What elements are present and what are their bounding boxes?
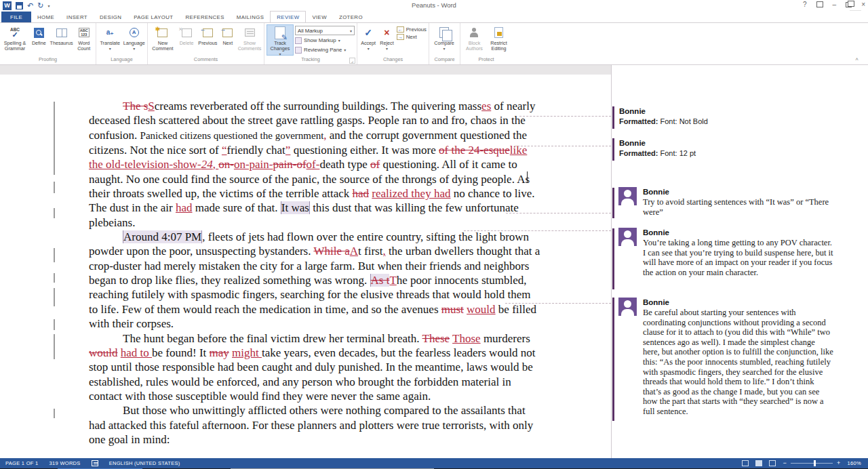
thesaurus-button[interactable]: Thesaurus (50, 24, 73, 56)
tracking-dialog-launcher[interactable]: ⌟ (349, 58, 355, 64)
text-run[interactable]: creams reverberated off the surrounding … (155, 100, 481, 113)
inserted-text[interactable]: would (467, 303, 496, 316)
collapse-ribbon-icon[interactable]: ˄ (855, 56, 859, 62)
deleted-text[interactable]: would (89, 346, 118, 359)
inserted-text[interactable]: had (176, 201, 193, 214)
zoom-out-icon[interactable]: − (783, 460, 787, 466)
word-count-indicator[interactable]: 319 WORDS (50, 460, 81, 466)
help-icon[interactable]: ? (803, 1, 807, 8)
inserted-text[interactable]: on-pain- (234, 158, 273, 171)
text-run[interactable]: t first (358, 245, 382, 258)
tab-design[interactable]: DESIGN (94, 12, 127, 22)
deleted-text[interactable]: may (210, 346, 229, 359)
inserted-text[interactable]: S (148, 100, 154, 113)
comment[interactable]: Bonnie You’re taking a long time getting… (618, 228, 835, 277)
next-comment-button[interactable]: → Next (219, 24, 236, 56)
deleted-text[interactable]: While a (313, 245, 349, 258)
paragraph[interactable]: But those who unwittingly afflicted othe… (89, 403, 540, 447)
zoom-level[interactable]: 160% (848, 460, 861, 466)
document-text[interactable]: The sScreams reverberated off the surrou… (89, 99, 540, 447)
text-run[interactable]: The hunt began before the final victim d… (123, 332, 422, 345)
display-for-review-select[interactable]: All Markup ▾ (295, 26, 355, 35)
word-count-button[interactable]: ABC123 Word Count (75, 24, 94, 56)
tab-references[interactable]: REFERENCES (180, 12, 231, 22)
inserted-text[interactable]: 24 (201, 158, 213, 171)
delete-comment-button[interactable]: × Delete (177, 24, 196, 56)
deleted-text[interactable]: had (353, 187, 370, 200)
compare-button[interactable]: Compare ▾ (431, 24, 457, 56)
text-run[interactable]: murderers (481, 332, 530, 345)
web-layout-icon[interactable] (769, 460, 776, 466)
inserted-text[interactable]: es (481, 100, 491, 113)
inserted-text[interactable]: T (389, 274, 396, 287)
revision-entry[interactable]: Bonnie Formatted: Font: 12 pt (619, 138, 823, 159)
deleted-text[interactable]: on- (218, 158, 234, 171)
language-button[interactable]: A Language ▾ (123, 24, 145, 56)
deleted-text[interactable]: The s (123, 100, 148, 113)
deleted-text[interactable]: of the 24-esque (439, 144, 510, 157)
deleted-text[interactable]: of (370, 158, 380, 171)
tab-page-layout[interactable]: PAGE LAYOUT (127, 12, 179, 22)
reviewing-pane-button[interactable]: Reviewing Pane ▾ (295, 45, 355, 54)
new-comment-button[interactable]: ✱ New Comment (150, 24, 176, 56)
inserted-text[interactable]: might (232, 346, 262, 359)
deleted-text[interactable]: These (422, 332, 450, 345)
reject-button[interactable]: × Reject ▾ (378, 24, 395, 56)
show-comments-button[interactable]: Show Comments (237, 24, 262, 56)
minimize-icon[interactable]: – (833, 1, 837, 8)
zoom-slider-track[interactable] (791, 463, 833, 464)
zoom-in-icon[interactable]: + (837, 460, 841, 466)
language-indicator[interactable]: ENGLISH (UNITED STATES) (109, 460, 180, 466)
text-run[interactable]: questioning either. It was more (290, 144, 439, 157)
proofing-status-icon[interactable] (92, 460, 98, 466)
translate-button[interactable]: a₊ Translate ▾ (98, 24, 121, 56)
comment[interactable]: Bonnie Be careful about starting your se… (618, 298, 835, 417)
block-authors-button[interactable]: Block Authors (462, 24, 486, 56)
restrict-editing-button[interactable]: Restrict Editing (488, 24, 510, 56)
inserted-text[interactable]: realized they had (372, 187, 450, 200)
text-run[interactable]: be found! It (152, 346, 210, 359)
paragraph[interactable]: The hunt began before the final victim d… (89, 331, 540, 404)
inserted-text[interactable]: of- (307, 158, 320, 171)
page-indicator[interactable]: PAGE 1 OF 1 (5, 460, 39, 466)
revision-entry[interactable]: Bonnie Formatted: Font: Not Bold (619, 106, 823, 127)
paragraph[interactable]: The sScreams reverberated off the surrou… (89, 99, 540, 230)
track-changes-button[interactable]: Track Changes ▾ (267, 24, 294, 56)
tab-file[interactable]: FILE (1, 12, 31, 22)
ribbon-display-options-icon[interactable] (816, 1, 823, 7)
previous-comment-button[interactable]: ← Previous (197, 24, 218, 56)
comment-anchor-text[interactable]: Around 4:07 PM (123, 230, 202, 243)
close-icon[interactable]: × (861, 1, 865, 8)
deleted-text[interactable]: pain-of (273, 158, 306, 171)
inserted-text[interactable]: , (213, 158, 219, 171)
comment[interactable]: Bonnie Try to avoid starting sentences w… (618, 187, 835, 217)
print-layout-icon[interactable] (755, 460, 762, 466)
accept-button[interactable]: ✓ Accept ▾ (359, 24, 377, 56)
tab-review[interactable]: REVIEW (270, 11, 306, 22)
tab-view[interactable]: VIEW (306, 12, 333, 22)
deleted-text[interactable]: must (441, 303, 464, 316)
tab-mailings[interactable]: MAILINGS (231, 12, 270, 22)
spelling-grammar-button[interactable]: ABC✓ Spelling & Grammar (2, 24, 28, 56)
define-button[interactable]: Define (29, 24, 49, 56)
text-run[interactable]: But those who unwittingly afflicted othe… (89, 404, 533, 446)
show-markup-button[interactable]: Show Markup ▾ (295, 36, 355, 45)
text-run[interactable]: death type (319, 158, 370, 171)
next-change-button[interactable]: → Next (397, 34, 427, 40)
inserted-text[interactable]: Those (452, 332, 481, 345)
inserted-text[interactable]: A (350, 245, 358, 258)
previous-change-button[interactable]: ← Previous (397, 26, 427, 33)
tab-zotero[interactable]: ZOTERO (333, 12, 369, 22)
tab-insert[interactable]: INSERT (60, 12, 94, 22)
tab-home[interactable]: HOME (31, 12, 60, 22)
text-run[interactable]: friendly chat (226, 144, 285, 157)
comment-anchor-text[interactable]: It was (281, 201, 310, 214)
restore-icon[interactable] (846, 2, 852, 7)
zoom-slider-thumb[interactable] (814, 460, 816, 466)
text-run[interactable]: made sure of that. (193, 201, 281, 214)
paragraph[interactable]: Around 4:07 PM, fleets of jets had flown… (89, 230, 540, 331)
inserted-text[interactable]: had to (121, 346, 152, 359)
text-run[interactable]: Panicked citizens questioned the governm… (140, 130, 324, 141)
comment-anchor-text[interactable]: As t (370, 274, 390, 287)
read-mode-icon[interactable] (742, 460, 749, 466)
